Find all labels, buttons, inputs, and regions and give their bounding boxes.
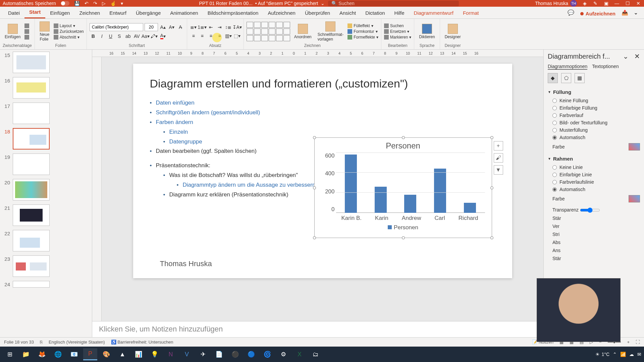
quick-styles-button[interactable]: Schnellformat- vorlagen [316, 21, 345, 42]
taskbar-vlc-icon[interactable]: ▲ [115, 348, 129, 360]
align-justify-button[interactable]: ≡ [216, 32, 223, 40]
tab-zeichnen[interactable]: Zeichnen [74, 7, 105, 18]
present-icon[interactable]: ▷ [102, 1, 106, 6]
chart-plot-area[interactable]: 600 400 200 0 [321, 153, 485, 213]
layout-button[interactable]: Layout ▾ [54, 23, 84, 28]
case-button[interactable]: Aa▾ [142, 33, 149, 40]
shape-diamond-icon[interactable] [254, 28, 261, 35]
record-button[interactable]: Aufzeichnen [577, 9, 619, 18]
new-slide-button[interactable]: Neue Folie [38, 21, 52, 42]
shape-triangle-icon[interactable] [247, 28, 253, 35]
tray-cloud-icon[interactable]: ☁ [629, 352, 634, 357]
numbering-button[interactable]: 1≣▾ [199, 23, 206, 31]
chart-styles-button[interactable]: 🖌 [494, 153, 503, 163]
bullets-button[interactable]: ≣▾ [190, 23, 197, 31]
shape-arrow-icon[interactable] [254, 22, 261, 28]
font-size-input[interactable]: 20 [145, 23, 158, 31]
notes-pane[interactable]: Klicken Sie, um Notizen hinzuzufügen [92, 321, 543, 337]
resize-handle[interactable] [402, 136, 405, 139]
chart-legend[interactable]: Personen [315, 224, 492, 231]
tab-format[interactable]: Format [458, 7, 484, 18]
text-direction-button[interactable]: ↧A▾ [233, 23, 241, 31]
taskbar-app-icon[interactable]: 📄 [212, 348, 226, 360]
radio-option[interactable]: Farbverlaufslinie [552, 178, 640, 186]
taskbar-app-icon[interactable]: 📊 [131, 348, 146, 360]
resize-handle[interactable] [313, 136, 316, 139]
highlight-button[interactable]: 🖍▾ [151, 33, 158, 40]
section-button[interactable]: Abschnitt ▾ [54, 35, 84, 40]
format-painter-button[interactable] [24, 35, 29, 40]
tray-mail-icon[interactable]: ✉ [637, 352, 641, 357]
thumb-slide-16[interactable] [13, 77, 50, 99]
clear-format-button[interactable]: A̶ [177, 23, 184, 31]
thumb-slide-24[interactable] [13, 281, 50, 288]
slide[interactable]: Diagramm erstellen und formatieren („cus… [133, 64, 512, 278]
radio-option[interactable]: Keine Füllung [552, 97, 640, 104]
tray-expand-icon[interactable]: ⌃ [613, 352, 617, 357]
fill-section-header[interactable]: Füllung [548, 87, 640, 97]
pane-effects-icon[interactable]: ⬠ [561, 73, 571, 83]
tab-uebergaenge[interactable]: Übergänge [131, 7, 165, 18]
shape-textbox-icon[interactable] [283, 22, 290, 28]
chart-bar[interactable] [434, 169, 446, 213]
shape-star-icon[interactable] [283, 28, 290, 35]
tab-datei[interactable]: Datei [3, 7, 24, 18]
radio-option[interactable]: Musterfüllung [552, 126, 640, 134]
resize-handle[interactable] [490, 136, 493, 139]
select-button[interactable]: Markieren ▾ [384, 35, 411, 40]
tab-animationen[interactable]: Animationen [165, 7, 203, 18]
autosave-toggle[interactable] [61, 1, 69, 6]
shape-hexagon-icon[interactable] [276, 28, 283, 35]
pane-fill-line-icon[interactable]: ◆ [548, 73, 558, 83]
user-badge[interactable]: Thomas Hruska TH [535, 0, 577, 7]
bold-button[interactable]: B [90, 33, 97, 40]
maximize-icon[interactable]: ☐ [625, 1, 631, 6]
resize-handle[interactable] [313, 186, 316, 189]
accessibility-status[interactable]: ♿ Barrierefreiheit: Untersuchen [111, 340, 173, 345]
resize-handle[interactable] [490, 236, 493, 239]
tab-entwurf[interactable]: Entwurf [105, 7, 131, 18]
radio-option[interactable]: Automatisch [552, 186, 640, 193]
replace-button[interactable]: Ersetzen ▾ [384, 29, 411, 34]
proof-icon[interactable]: ⎘ [40, 340, 43, 345]
taskbar-powerpoint-icon[interactable]: P [83, 348, 97, 360]
pane-dropdown-icon[interactable]: ⌄ [623, 53, 629, 60]
minimize-icon[interactable]: — [614, 1, 620, 6]
thumb-slide-23[interactable] [13, 255, 50, 277]
taskbar-explorer-icon[interactable]: 📁 [19, 348, 33, 360]
pane-close-icon[interactable]: ✕ [634, 53, 640, 60]
shrink-font-button[interactable]: A▾ [168, 23, 175, 31]
chart-bar[interactable] [404, 195, 416, 213]
shape-fill-button[interactable]: Fülleffekt ▾ [347, 23, 378, 28]
diamond-icon[interactable]: ◈ [582, 1, 588, 6]
zoom-in-icon[interactable]: + [627, 340, 630, 345]
underline-button[interactable]: U [107, 33, 114, 40]
radio-option[interactable]: Einfarbige Füllung [552, 104, 640, 112]
dictate-button[interactable]: Diktieren [417, 23, 437, 40]
indent-inc-button[interactable]: ⇥ [216, 23, 223, 31]
chart-elements-button[interactable]: + [494, 141, 503, 150]
radio-option[interactable]: Automatisch [552, 134, 640, 141]
tab-ansicht[interactable]: Ansicht [335, 7, 361, 18]
save-icon[interactable]: 💾 [74, 1, 80, 6]
shape-connector-icon[interactable] [247, 35, 253, 41]
chart-bar[interactable] [375, 187, 387, 213]
shapes-gallery[interactable] [247, 22, 290, 41]
thumb-slide-15[interactable] [13, 52, 50, 73]
qat-more-icon[interactable]: ▾ [121, 1, 123, 6]
language-status[interactable]: Englisch (Vereinigte Staaten) [49, 340, 105, 345]
taskbar-excel-icon[interactable]: X [292, 348, 307, 360]
slide-counter[interactable]: Folie 18 von 33 [4, 340, 34, 345]
designer-button[interactable]: Designer [443, 23, 463, 40]
taskbar-onenote-icon[interactable]: N [164, 348, 178, 360]
redo-icon[interactable]: ↷ [93, 1, 97, 6]
tab-bildschirm[interactable]: Bildschirmpräsentation [203, 7, 263, 18]
close-icon[interactable]: ✕ [635, 1, 641, 6]
taskbar-app-icon[interactable]: 💡 [148, 348, 162, 360]
thumb-slide-20[interactable] [13, 179, 50, 200]
pen-icon[interactable]: ✎ [592, 1, 598, 6]
thumbnail-panel[interactable]: 15 16 17 18 19 20 21 22 23 24 [0, 50, 92, 337]
shape-curve-icon[interactable] [254, 35, 261, 41]
copy-button[interactable] [24, 29, 29, 34]
shape-roundrect-icon[interactable] [276, 22, 283, 28]
